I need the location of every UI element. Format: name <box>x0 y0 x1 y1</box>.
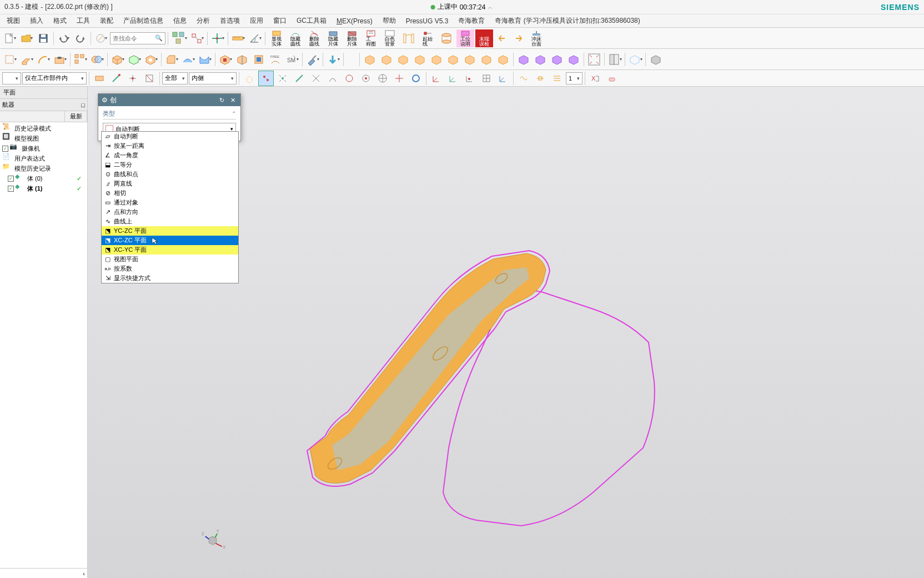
extrude-button[interactable] <box>438 29 455 47</box>
constraint-button[interactable] <box>189 31 205 46</box>
menu-qihai-info[interactable]: 奇海教育 (学习冲压模具设计加扣扣:3635986038) <box>490 14 644 27</box>
menu-preferences[interactable]: 首选项 <box>215 14 244 27</box>
option-on-curve[interactable]: ∿曲线上 <box>102 217 238 226</box>
close-icon[interactable]: ✕ <box>228 96 237 104</box>
option-auto[interactable]: ▱自动判断 <box>102 132 238 141</box>
csys-3-button[interactable] <box>462 71 478 86</box>
tree-model-history[interactable]: 📁模型历史记录 <box>0 163 87 173</box>
feature3-button[interactable] <box>251 52 267 67</box>
option-distance[interactable]: ⇥按某一距离 <box>102 141 238 151</box>
tree-camera[interactable]: ✓📷摄像机 <box>0 143 87 153</box>
search-icon[interactable]: 🔍 <box>155 34 163 42</box>
show-solid-button[interactable]: 显视 实体 <box>268 29 285 47</box>
option-bisect[interactable]: ⬓二等分 <box>102 160 238 170</box>
sm-button[interactable]: SM <box>284 52 300 67</box>
menu-mex-press[interactable]: MEX(Press) <box>332 16 377 27</box>
box3-button[interactable] <box>143 52 159 67</box>
reset-icon[interactable]: ↻ <box>217 96 226 104</box>
filter-icon-2[interactable] <box>108 71 124 86</box>
cube-11-button[interactable] <box>533 52 548 67</box>
sel-3-button[interactable] <box>275 71 290 86</box>
press-table-button[interactable]: 冲床 台面 <box>528 29 545 47</box>
option-angle[interactable]: ∠成一角度 <box>102 151 238 160</box>
sel-1-button[interactable] <box>242 71 257 86</box>
save-button[interactable] <box>36 31 51 46</box>
cube-7-button[interactable] <box>462 52 478 67</box>
station-desc-button[interactable]: 工位 说明 <box>456 29 474 47</box>
sketch-button[interactable] <box>93 31 109 46</box>
surface2-button[interactable] <box>197 52 213 67</box>
fit-button[interactable] <box>586 52 602 67</box>
sel-5-button[interactable] <box>308 71 324 86</box>
eraser-button[interactable] <box>604 71 620 86</box>
menu-assembly[interactable]: 装配 <box>96 14 118 27</box>
pattern-button[interactable] <box>73 52 88 67</box>
start-line-button[interactable]: 起始 线 <box>419 29 436 47</box>
undo-button[interactable] <box>56 31 72 46</box>
tree-history-mode[interactable]: 📜历史记录模式 <box>0 123 87 133</box>
menu-pmi[interactable]: 产品制造信息 <box>119 14 168 27</box>
sel-7-button[interactable] <box>342 71 357 86</box>
redo-button[interactable] <box>73 31 88 46</box>
menu-analysis[interactable]: 分析 <box>192 14 214 27</box>
cube-5-button[interactable] <box>429 52 444 67</box>
book-button[interactable] <box>607 52 622 67</box>
csys-2-button[interactable] <box>445 71 461 86</box>
tab-latest[interactable]: 最新 <box>65 111 87 122</box>
checkbox-icon[interactable]: ✓ <box>2 146 8 152</box>
open-file-button[interactable] <box>19 31 34 46</box>
tab-blank[interactable] <box>0 111 65 122</box>
option-xc-zc[interactable]: ⬔XC-ZC 平面 <box>102 236 238 245</box>
delete-curve-button[interactable]: 删除 曲线 <box>305 29 323 47</box>
angle-button[interactable] <box>247 31 263 46</box>
dialog-titlebar[interactable]: ⚙ 创 ↻ ✕ <box>98 94 240 106</box>
unite-button[interactable] <box>89 52 105 67</box>
option-coefficient[interactable]: a,b按系数 <box>102 264 238 273</box>
cube-1-button[interactable] <box>362 52 378 67</box>
view-triad[interactable]: X Y Z <box>199 528 227 556</box>
option-yc-zc[interactable]: ⬔YC-ZC 平面 <box>102 226 238 236</box>
menu-window[interactable]: 窗口 <box>269 14 291 27</box>
brush-button[interactable] <box>305 52 320 67</box>
tree-model-view[interactable]: 🔲模型视图 <box>0 133 87 143</box>
wave-2-button[interactable] <box>533 71 548 86</box>
menu-qihai-edu[interactable]: 奇海教育 <box>454 14 489 27</box>
side-select[interactable]: 内侧 <box>189 72 237 84</box>
filter-type-select[interactable] <box>2 72 21 84</box>
arrow-left-button[interactable] <box>494 31 510 46</box>
sel-11-button[interactable] <box>408 71 424 86</box>
option-tangent[interactable]: ⊘相切 <box>102 188 238 198</box>
sel-2-button[interactable] <box>258 71 274 86</box>
menu-help[interactable]: 帮助 <box>378 14 400 27</box>
sel-4-button[interactable] <box>292 71 307 86</box>
new-file-button[interactable] <box>2 31 18 46</box>
cube-9-button[interactable] <box>495 52 511 67</box>
arch-button[interactable] <box>400 29 418 47</box>
search-input[interactable] <box>113 35 152 42</box>
sel-8-button[interactable] <box>358 71 374 86</box>
wave-1-button[interactable] <box>516 71 531 86</box>
free-button[interactable]: FREE <box>268 52 283 67</box>
wave-3-button[interactable] <box>549 71 565 86</box>
csys-4-button[interactable] <box>479 71 494 86</box>
xclip-button[interactable]: X <box>587 71 603 86</box>
option-two-lines[interactable]: ⫽两直线 <box>102 179 238 188</box>
chevron-left-icon[interactable]: ‹ <box>83 570 85 577</box>
hide-curve-button[interactable]: 隐藏 曲线 <box>287 29 304 47</box>
sel-10-button[interactable] <box>391 71 407 86</box>
box2-button[interactable] <box>127 52 142 67</box>
cube-13-button[interactable] <box>566 52 581 67</box>
filter-icon-4[interactable] <box>142 71 157 86</box>
option-point-direction[interactable]: ↗点和方向 <box>102 207 238 217</box>
tree-body-1[interactable]: ✓◆体 (1)✓ <box>0 183 87 193</box>
session-status[interactable]: 上课中 00:37:24 ︿ <box>431 2 494 12</box>
menu-gc-toolbox[interactable]: GC工具箱 <box>292 14 331 27</box>
checkbox-icon[interactable]: ✓ <box>8 186 14 192</box>
arrow-down-button[interactable] <box>325 52 341 67</box>
shaded-button[interactable] <box>648 52 664 67</box>
menu-tools[interactable]: 工具 <box>72 14 94 27</box>
scope-select[interactable]: 仅在工作部件内 <box>22 72 87 84</box>
cube-4-button[interactable] <box>412 52 428 67</box>
option-curve-point[interactable]: ⊙曲线和点 <box>102 170 238 179</box>
arc-button[interactable] <box>36 52 51 67</box>
